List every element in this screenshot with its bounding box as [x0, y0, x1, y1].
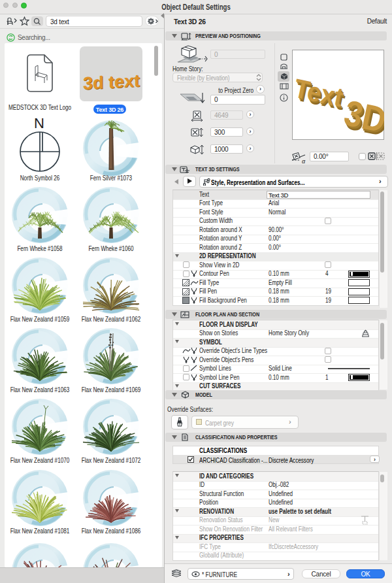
svg-text:3d text: 3d text — [83, 71, 140, 93]
svg-text:3D: 3D — [341, 93, 384, 140]
svg-text:α: α — [302, 158, 306, 164]
svg-text:N: N — [34, 116, 44, 131]
